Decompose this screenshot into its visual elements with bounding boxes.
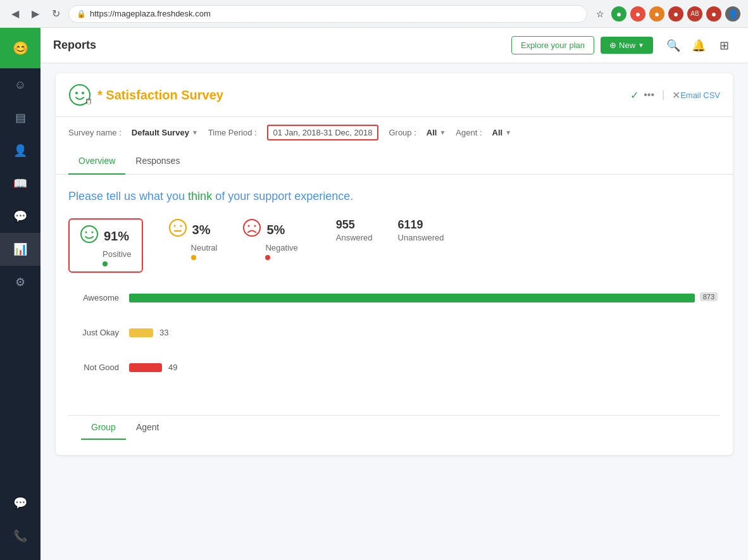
sidebar-item-feedback[interactable]: 💬 bbox=[0, 487, 41, 520]
svg-point-1 bbox=[75, 92, 78, 94]
ext-icon-6[interactable]: ● bbox=[706, 6, 721, 22]
sidebar-bottom: 💬 📞 bbox=[0, 487, 41, 560]
sidebar-item-home[interactable]: ☺ bbox=[0, 68, 41, 101]
contacts-icon: 👤 bbox=[13, 144, 27, 158]
stat-negative: 5% Negative bbox=[242, 218, 297, 260]
forward-button[interactable]: ▶ bbox=[28, 6, 43, 22]
search-button[interactable]: 🔍 bbox=[662, 34, 685, 57]
svg-point-10 bbox=[180, 225, 182, 227]
survey-name-dropdown[interactable]: Default Survey ▼ bbox=[132, 128, 198, 137]
neutral-percent: 3% bbox=[192, 223, 211, 237]
browser-bar: ◀ ▶ ↻ 🔒 https://mageplaza.freshdesk.com … bbox=[0, 0, 748, 28]
stat-neutral: 3% Neutral bbox=[168, 218, 218, 260]
email-csv-button[interactable]: Email CSV bbox=[680, 90, 720, 100]
ext-icon-5[interactable]: AB bbox=[687, 6, 702, 22]
refresh-button[interactable]: ↻ bbox=[48, 6, 63, 22]
ext-icon-4[interactable]: ● bbox=[668, 6, 683, 22]
notgood-value: 49 bbox=[168, 363, 177, 372]
logo-icon: 😊 bbox=[13, 40, 28, 56]
sidebar-item-solutions[interactable]: 📖 bbox=[0, 167, 41, 200]
svg-point-5 bbox=[81, 226, 97, 242]
group-dropdown[interactable]: All ▼ bbox=[427, 128, 446, 137]
ext-icon-2[interactable]: ● bbox=[630, 6, 645, 22]
report-card: 📋 * Satisfaction Survey ✓ ••• | ✕ Email … bbox=[56, 73, 733, 455]
tab-overview[interactable]: Overview bbox=[68, 148, 125, 175]
feedback-icon: 💬 bbox=[13, 496, 27, 510]
notgood-label: Not Good bbox=[68, 363, 119, 372]
filter-bar: Survey name : Default Survey ▼ Time Peri… bbox=[56, 117, 733, 148]
ext-icon-3[interactable]: ● bbox=[649, 6, 664, 22]
agent-label: Agent : bbox=[456, 128, 482, 137]
stat-negative-row: 5% bbox=[242, 218, 285, 242]
satisfaction-survey-icon: 📋 bbox=[68, 84, 91, 106]
sidebar-item-phone[interactable]: 📞 bbox=[0, 520, 41, 552]
negative-face-icon bbox=[242, 218, 261, 242]
stat-unanswered: 6119 Unanswered bbox=[398, 218, 444, 242]
neutral-label: Neutral bbox=[191, 243, 218, 252]
close-button[interactable]: ✕ bbox=[672, 89, 680, 101]
sidebar-item-chat[interactable]: 💬 bbox=[0, 200, 41, 233]
back-button[interactable]: ◀ bbox=[8, 6, 23, 22]
neutral-dot bbox=[191, 255, 196, 260]
apps-icon: ⊞ bbox=[720, 39, 729, 53]
explore-plan-button[interactable]: Explore your plan bbox=[511, 36, 594, 54]
awesome-bar-track: 873 bbox=[129, 294, 720, 302]
svg-point-12 bbox=[244, 220, 260, 236]
svg-point-8 bbox=[170, 220, 186, 236]
tab-responses[interactable]: Responses bbox=[125, 148, 190, 175]
notifications-button[interactable]: 🔔 bbox=[687, 34, 710, 57]
sidebar-item-tickets[interactable]: ▤ bbox=[0, 101, 41, 134]
sidebar-item-settings[interactable]: ⚙ bbox=[0, 266, 41, 299]
svg-point-6 bbox=[85, 232, 87, 233]
answered-label: Answered bbox=[336, 233, 373, 242]
satisfaction-stats: 91% Positive bbox=[68, 218, 720, 273]
bar-row-justokay: Just Okay 33 bbox=[68, 328, 720, 337]
stat-answered: 955 Answered bbox=[323, 218, 373, 242]
justokay-label: Just Okay bbox=[68, 328, 119, 337]
new-button[interactable]: ⊕ New ▼ bbox=[601, 37, 653, 54]
url-bar[interactable]: 🔒 https://mageplaza.freshdesk.com bbox=[68, 5, 587, 23]
settings-icon: ⚙ bbox=[15, 275, 25, 289]
page-title: Reports bbox=[53, 39, 511, 52]
svg-point-14 bbox=[254, 225, 256, 227]
chevron-down-icon-3: ▼ bbox=[505, 129, 511, 136]
profile-avatar[interactable]: 👤 bbox=[725, 6, 740, 22]
search-icon: 🔍 bbox=[666, 39, 680, 53]
svg-text:📋: 📋 bbox=[86, 99, 91, 104]
survey-content: Please tell us what you think of your su… bbox=[56, 175, 733, 455]
negative-dot bbox=[265, 255, 270, 260]
sidebar-item-contacts[interactable]: 👤 bbox=[0, 134, 41, 167]
survey-question: Please tell us what you think of your su… bbox=[68, 190, 720, 203]
bottom-tab-group[interactable]: Group bbox=[81, 416, 126, 440]
apps-button[interactable]: ⊞ bbox=[713, 34, 735, 57]
stat-positive-row: 91% bbox=[80, 225, 129, 248]
more-options-icon[interactable]: ••• bbox=[644, 89, 654, 101]
stat-neutral-row: 3% bbox=[168, 218, 211, 242]
home-icon: ☺ bbox=[15, 78, 26, 92]
solutions-icon: 📖 bbox=[13, 177, 27, 190]
negative-label: Negative bbox=[265, 243, 297, 252]
bookmark-icon[interactable]: ☆ bbox=[592, 6, 608, 22]
sidebar-logo[interactable]: 😊 bbox=[0, 28, 41, 68]
agent-dropdown[interactable]: All ▼ bbox=[492, 128, 512, 137]
notgood-bar-track: 49 bbox=[129, 363, 720, 372]
justokay-bar-fill bbox=[129, 328, 153, 337]
unanswered-label: Unanswered bbox=[398, 233, 444, 242]
phone-icon: 📞 bbox=[13, 529, 27, 543]
time-period-selector[interactable]: 01 Jan, 2018-31 Dec, 2018 bbox=[267, 125, 379, 140]
unanswered-number: 6119 bbox=[398, 218, 423, 232]
bell-icon: 🔔 bbox=[692, 39, 706, 53]
sidebar-item-reports[interactable]: 📊 bbox=[0, 233, 41, 266]
positive-face-icon bbox=[80, 225, 99, 248]
positive-dot bbox=[103, 261, 108, 266]
report-actions: ✓ ••• | ✕ bbox=[630, 89, 680, 101]
neutral-face-icon bbox=[168, 218, 187, 242]
awesome-value: 873 bbox=[700, 292, 718, 301]
report-title: * Satisfaction Survey bbox=[97, 88, 630, 103]
svg-point-2 bbox=[82, 92, 84, 94]
bottom-tab-agent[interactable]: Agent bbox=[126, 416, 170, 440]
awesome-bar-fill: 873 bbox=[129, 294, 695, 302]
ext-icon-1[interactable]: ● bbox=[611, 6, 626, 22]
answered-number: 955 bbox=[336, 218, 355, 232]
bar-row-awesome: Awesome 873 bbox=[68, 293, 720, 302]
